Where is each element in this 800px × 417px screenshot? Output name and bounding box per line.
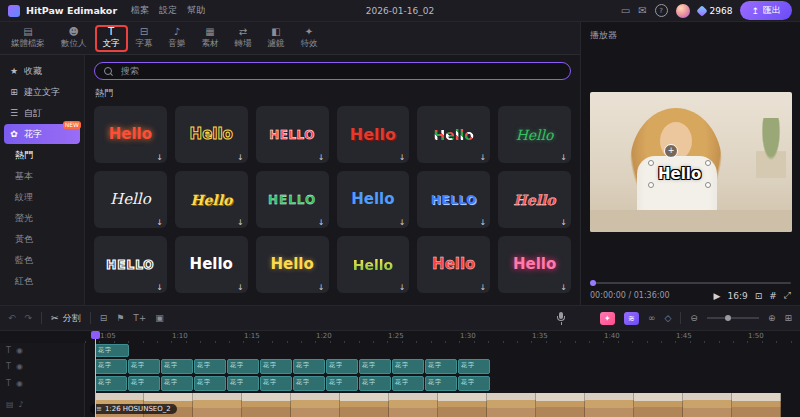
magnet-icon[interactable]: ◇: [664, 313, 671, 323]
sidebar-item-建立文字[interactable]: ⊞建立文字: [4, 82, 80, 102]
resize-handle[interactable]: [648, 182, 654, 188]
timeline-clip[interactable]: 花字: [227, 359, 259, 374]
playhead[interactable]: [95, 331, 96, 417]
timeline-clip[interactable]: 花字: [128, 376, 160, 391]
sidebar-item-收藏[interactable]: ★收藏: [4, 61, 80, 81]
snapshot-icon[interactable]: ⊡: [755, 291, 763, 301]
help-icon[interactable]: ?: [655, 4, 668, 17]
caption-ai-icon[interactable]: ✦: [600, 312, 615, 325]
timeline-clip[interactable]: 花字: [227, 376, 259, 391]
aspect-ratio-button[interactable]: 16:9: [727, 291, 747, 301]
timeline-clip[interactable]: 花字: [260, 359, 292, 374]
text-style-card[interactable]: Hello↓: [498, 171, 571, 228]
sidebar-subitem-黃色[interactable]: 黃色: [0, 229, 84, 250]
tab-轉場[interactable]: ⇄轉場: [228, 26, 259, 51]
timeline-clip[interactable]: 花字: [425, 376, 457, 391]
tab-媒體檔案[interactable]: ▤媒體檔案: [4, 26, 52, 51]
marker-icon[interactable]: ⚑: [116, 313, 124, 323]
text-style-card[interactable]: Hello↓: [94, 106, 167, 163]
text-style-card[interactable]: Hello↓: [337, 106, 410, 163]
text-style-card[interactable]: Hello↓: [175, 106, 248, 163]
search-bar[interactable]: [94, 62, 571, 80]
move-handle-icon[interactable]: +: [664, 144, 678, 158]
redo-icon[interactable]: ↷: [25, 313, 33, 323]
timeline-clip[interactable]: 花字: [293, 376, 325, 391]
sidebar-item-花字[interactable]: ✿花字NEW: [4, 124, 80, 144]
menu-item[interactable]: 設定: [159, 4, 177, 17]
timeline-clip[interactable]: 花字: [95, 359, 127, 374]
feedback-icon[interactable]: ✉: [638, 6, 646, 16]
timeline-ruler[interactable]: 1:051:101:151:201:251:301:351:401:451:50: [85, 331, 800, 343]
text-style-card[interactable]: HELLO↓: [256, 106, 329, 163]
link-icon[interactable]: ∞: [648, 313, 656, 323]
export-button[interactable]: ↥ 匯出: [740, 1, 792, 20]
tab-特效[interactable]: ✦特效: [294, 26, 325, 51]
sidebar-subitem-熱門[interactable]: 熱門: [0, 145, 84, 166]
coin-balance[interactable]: 2968: [698, 6, 733, 16]
timeline-clip[interactable]: 花字: [392, 376, 424, 391]
timeline-clip[interactable]: 花字: [95, 376, 127, 391]
timeline-clip[interactable]: 花字: [194, 359, 226, 374]
timeline-clip[interactable]: 花字: [128, 359, 160, 374]
text-style-card[interactable]: Hello↓: [498, 236, 571, 293]
text-style-card[interactable]: Hello↓: [256, 236, 329, 293]
timeline-clip[interactable]: 花字: [458, 359, 490, 374]
timeline-clip[interactable]: 花字: [161, 376, 193, 391]
record-voice-icon[interactable]: [557, 312, 566, 325]
zoom-out-icon[interactable]: ⊖: [690, 313, 698, 323]
playhead-grip[interactable]: [91, 331, 100, 339]
fit-timeline-icon[interactable]: ⊞: [784, 313, 792, 323]
play-button[interactable]: ▶: [714, 291, 721, 301]
avatar[interactable]: [676, 4, 690, 18]
menu-item[interactable]: 檔案: [131, 4, 149, 17]
timeline-clip[interactable]: 花字: [95, 344, 129, 357]
timeline-clip[interactable]: 花字: [161, 359, 193, 374]
text-style-card[interactable]: HELLO↓: [256, 171, 329, 228]
timeline-clip[interactable]: 花字: [425, 359, 457, 374]
tab-文字[interactable]: T文字: [96, 26, 127, 51]
text-overlay[interactable]: + Hello: [650, 162, 709, 186]
text-style-card[interactable]: Hello↓: [337, 171, 410, 228]
sidebar-subitem-紅色[interactable]: 紅色: [0, 271, 84, 292]
track-visibility-icon[interactable]: ◉: [16, 379, 23, 388]
timeline-clip[interactable]: 花字: [194, 376, 226, 391]
video-preview[interactable]: + Hello: [590, 92, 792, 232]
tab-字幕[interactable]: ⊟字幕: [129, 26, 160, 51]
text-style-card[interactable]: HELLO↓: [94, 236, 167, 293]
tab-素材[interactable]: ▦素材: [195, 26, 226, 51]
sidebar-subitem-螢光[interactable]: 螢光: [0, 208, 84, 229]
tab-音樂[interactable]: ♪音樂: [162, 26, 193, 51]
menu-item[interactable]: 幫助: [187, 4, 205, 17]
text-style-card[interactable]: Hello↓: [94, 171, 167, 228]
timeline-clip[interactable]: 花字: [458, 376, 490, 391]
track-visibility-icon[interactable]: ◉: [16, 362, 23, 371]
add-text-icon[interactable]: T+: [133, 313, 146, 323]
tab-濾鏡[interactable]: ◧濾鏡: [261, 26, 292, 51]
fullscreen-icon[interactable]: ⤢: [784, 290, 791, 301]
text-style-card[interactable]: Hello↓: [498, 106, 571, 163]
timeline-clip[interactable]: 花字: [260, 376, 292, 391]
text-style-card[interactable]: Hello↓: [417, 106, 490, 163]
text-style-card[interactable]: Hello↓: [175, 236, 248, 293]
split-button[interactable]: ✂ 分割: [51, 312, 81, 325]
timeline-zoom-slider[interactable]: [707, 317, 759, 319]
sidebar-subitem-紋理[interactable]: 紋理: [0, 187, 84, 208]
text-style-card[interactable]: HELLO↓: [417, 171, 490, 228]
undo-icon[interactable]: ↶: [8, 313, 16, 323]
track-visibility-icon[interactable]: ◉: [16, 346, 23, 355]
sidebar-item-自訂[interactable]: ☰自訂: [4, 103, 80, 123]
timeline-clip[interactable]: 花字: [359, 359, 391, 374]
timeline-clip[interactable]: 花字: [392, 359, 424, 374]
delete-icon[interactable]: ⊟: [100, 313, 108, 323]
seek-knob[interactable]: [590, 280, 596, 286]
ai-tools-icon[interactable]: ≋: [624, 312, 639, 325]
video-track[interactable]: ≡ 1:26 HOSUNSEO_2: [85, 393, 800, 417]
search-input[interactable]: [119, 65, 561, 77]
sidebar-subitem-藍色[interactable]: 藍色: [0, 250, 84, 271]
timeline-clip[interactable]: 花字: [326, 359, 358, 374]
tab-數位人[interactable]: ☻數位人: [54, 26, 94, 51]
text-style-card[interactable]: Hello↓: [175, 171, 248, 228]
seek-bar[interactable]: [590, 282, 791, 284]
resize-handle[interactable]: [648, 160, 654, 166]
text-style-card[interactable]: Hello↓: [337, 236, 410, 293]
